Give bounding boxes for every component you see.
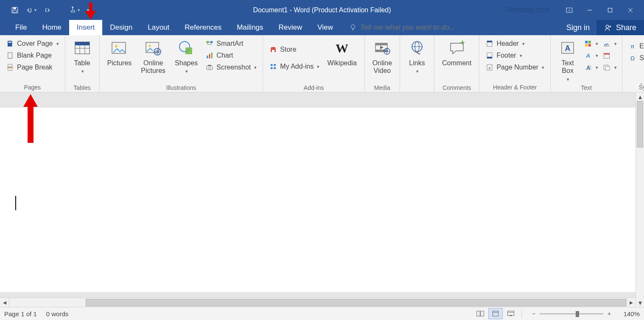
wordart-button[interactable]: A▾ <box>582 50 600 61</box>
screenshot-button[interactable]: Screenshot▾ <box>203 62 259 73</box>
svg-point-10 <box>606 25 609 28</box>
my-addins-label: My Add-ins <box>280 63 314 70</box>
page-number-button[interactable]: #Page Number▾ <box>483 62 547 73</box>
store-icon <box>269 45 277 54</box>
tab-file[interactable]: File <box>8 20 34 35</box>
vscroll-thumb[interactable] <box>637 101 643 147</box>
screenshot-label: Screenshot <box>216 64 251 71</box>
status-bar: Page 1 of 1 0 words − + 140% <box>0 307 644 320</box>
svg-rect-34 <box>207 66 213 70</box>
redo-button[interactable] <box>40 3 54 17</box>
zoom-slider[interactable]: − + <box>529 310 613 317</box>
horizontal-scrollbar[interactable]: ◂ ▸ <box>0 298 636 307</box>
store-button[interactable]: Store <box>266 44 322 55</box>
sign-in-button[interactable]: Sign in <box>560 21 596 35</box>
tab-home[interactable]: Home <box>34 20 69 35</box>
svg-rect-40 <box>375 43 387 45</box>
close-button[interactable] <box>620 3 641 17</box>
online-pictures-button[interactable]: Online Pictures <box>137 37 170 83</box>
drop-cap-button[interactable]: A▾ <box>582 62 600 73</box>
header-button[interactable]: Header▾ <box>483 38 547 49</box>
view-web-layout-button[interactable] <box>504 308 518 319</box>
scroll-left-button[interactable]: ◂ <box>0 298 9 307</box>
view-print-layout-button[interactable] <box>488 308 503 319</box>
pictures-button[interactable]: Pictures <box>103 37 136 83</box>
share-button[interactable]: Share <box>596 20 644 35</box>
hscroll-track[interactable] <box>9 298 626 307</box>
group-comments: + Comment Comments <box>434 35 479 92</box>
svg-text:#: # <box>489 67 491 70</box>
symbol-button[interactable]: ΩSymbol▾ <box>626 53 644 64</box>
svg-rect-76 <box>493 311 498 316</box>
date-time-button[interactable] <box>601 50 619 61</box>
shapes-button[interactable]: Shapes▾ <box>171 37 202 83</box>
touch-mode-button[interactable]: ▾ <box>67 3 81 17</box>
tab-mailings[interactable]: Mailings <box>229 20 271 35</box>
chart-button[interactable]: Chart <box>203 50 259 61</box>
equation-button[interactable]: πEquation▾ <box>626 41 644 52</box>
svg-rect-2 <box>13 10 17 12</box>
ribbon-tabs: File Home Insert Design Layout Reference… <box>0 20 644 35</box>
svg-rect-30 <box>210 41 213 43</box>
svg-point-35 <box>209 67 211 69</box>
group-label-media: Media <box>368 83 396 92</box>
undo-button[interactable]: ▾ <box>24 3 38 17</box>
svg-rect-69 <box>604 53 610 55</box>
pictures-icon <box>110 39 129 58</box>
object-button[interactable]: ▾ <box>601 62 619 73</box>
status-words[interactable]: 0 words <box>46 310 69 317</box>
online-video-button[interactable]: Online Video <box>368 37 396 83</box>
page-break-button[interactable]: Page Break <box>3 62 62 73</box>
signature-line-button[interactable]: ▾ <box>601 38 619 49</box>
scroll-up-button[interactable]: ▴ <box>636 92 644 101</box>
zoom-out-button[interactable]: − <box>529 310 538 317</box>
vertical-scrollbar[interactable]: ▴ ▾ <box>636 92 644 307</box>
my-addins-button[interactable]: My Add-ins▾ <box>266 61 322 72</box>
my-addins-icon <box>269 62 277 71</box>
comment-button[interactable]: + Comment <box>438 37 476 83</box>
tell-me-input[interactable] <box>360 23 487 32</box>
scroll-right-button[interactable]: ▸ <box>626 298 636 307</box>
hscroll-thumb[interactable] <box>86 299 626 306</box>
svg-rect-74 <box>477 311 480 316</box>
tab-insert[interactable]: Insert <box>69 20 103 35</box>
object-icon <box>602 63 611 72</box>
document-page[interactable] <box>0 108 636 292</box>
wordart-icon: A <box>584 51 592 60</box>
links-button[interactable]: Links▾ <box>403 37 431 83</box>
status-page[interactable]: Page 1 of 1 <box>4 310 37 317</box>
text-box-button[interactable]: A Text Box▾ <box>554 37 581 83</box>
symbol-icon: Ω <box>628 54 637 62</box>
header-icon <box>485 39 494 48</box>
group-label-comments: Comments <box>438 83 476 92</box>
maximize-button[interactable] <box>600 3 620 17</box>
wikipedia-button[interactable]: W Wikipedia <box>323 37 361 83</box>
quick-parts-button[interactable]: ▾ <box>582 38 600 49</box>
zoom-percent[interactable]: 140% <box>619 310 640 317</box>
cover-page-button[interactable]: Cover Page▾ <box>3 38 62 49</box>
view-read-mode-button[interactable] <box>473 308 487 319</box>
tell-me-box[interactable] <box>341 20 487 35</box>
svg-rect-12 <box>8 42 12 43</box>
zoom-in-button[interactable]: + <box>605 310 613 317</box>
save-button[interactable] <box>8 3 22 17</box>
footer-button[interactable]: Footer▾ <box>483 50 547 61</box>
tab-references[interactable]: References <box>177 20 229 35</box>
tab-layout[interactable]: Layout <box>140 20 177 35</box>
tab-design[interactable]: Design <box>102 20 140 35</box>
table-button[interactable]: Table▾ <box>69 37 96 83</box>
ribbon-display-options-button[interactable] <box>559 3 580 17</box>
signature-icon <box>602 39 611 48</box>
table-label: Table <box>74 59 90 67</box>
smartart-button[interactable]: SmartArt <box>203 38 259 49</box>
tab-review[interactable]: Review <box>271 20 310 35</box>
minimize-button[interactable] <box>580 3 600 17</box>
tab-view[interactable]: View <box>310 20 341 35</box>
scroll-down-button[interactable]: ▾ <box>636 298 644 307</box>
group-header-footer: Header▾ Footer▾ #Page Number▾ Header & F… <box>479 35 551 92</box>
chart-icon <box>205 51 214 60</box>
collapse-ribbon-button[interactable]: ˆ <box>640 83 642 89</box>
blank-page-button[interactable]: Blank Page <box>3 50 62 61</box>
zoom-track[interactable] <box>540 313 603 314</box>
zoom-knob[interactable] <box>576 311 579 317</box>
